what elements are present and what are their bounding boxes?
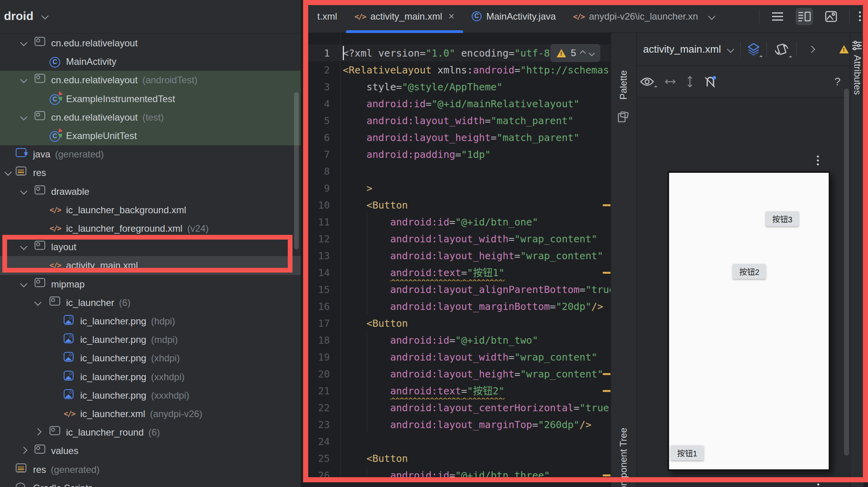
tree-item-ic-launcher-png[interactable]: ic_launcher.png(mdpi): [0, 330, 301, 349]
chevron-down-icon[interactable]: [20, 243, 27, 250]
code-line-11[interactable]: android:id="@+id/btn_one": [343, 214, 611, 231]
preview-button-2[interactable]: 按钮2: [733, 264, 766, 279]
code-line-2[interactable]: <RelativeLayout xmlns:android="http://sc…: [343, 62, 611, 79]
tree-item-layout[interactable]: layout: [0, 238, 301, 256]
code-line-8[interactable]: [343, 163, 611, 180]
horizontal-arrow-icon[interactable]: [664, 78, 676, 85]
tree-item-ic-launcher-png[interactable]: ic_launcher.png(hdpi): [0, 312, 301, 331]
code-view-button[interactable]: [769, 8, 786, 25]
code-line-4[interactable]: android:id="@+id/mainRelativelayout": [343, 95, 611, 112]
tree-item-res[interactable]: res: [0, 163, 301, 182]
tree-item-cn-edu-relativelayout[interactable]: cn.edu.relativelayout(androidTest): [0, 71, 301, 90]
close-icon[interactable]: ×: [449, 10, 454, 22]
chevron-down-icon[interactable]: [4, 169, 11, 176]
orientation-button[interactable]: [774, 42, 789, 57]
tree-item-ic-launcher[interactable]: ic_launcher(6): [0, 293, 301, 312]
phone-preview-canvas[interactable]: 按钮3按钮2按钮1: [668, 171, 830, 471]
chevron-right-icon[interactable]: [34, 428, 41, 435]
chevron-down-icon[interactable]: [20, 76, 27, 83]
preview-button-3[interactable]: 按钮1: [671, 445, 704, 460]
inspection-widget[interactable]: 5: [550, 44, 600, 62]
chevron-right-icon[interactable]: [20, 447, 27, 454]
tab-overflow-chevron-icon[interactable]: [708, 13, 715, 20]
chevron-down-icon[interactable]: [20, 113, 27, 120]
tree-item-ic-launcher-png[interactable]: ic_launcher.png(xxhdpi): [0, 368, 301, 386]
vertical-arrow-icon[interactable]: [686, 75, 693, 88]
editor-tab-t-xml[interactable]: t.xml: [309, 0, 346, 33]
code-line-21[interactable]: android:text="按钮2": [343, 383, 611, 399]
component-tree-tab[interactable]: Component Tree: [618, 428, 629, 487]
code-line-17[interactable]: <Button: [343, 315, 611, 332]
preview-kebab-icon[interactable]: [817, 156, 819, 165]
code-line-22[interactable]: android:layout_centerHorizontal="true": [343, 399, 611, 416]
code-line-6[interactable]: android:layout_height="match_parent": [343, 129, 611, 146]
editor-tab-anydpi-v26-ic-launcher-xn[interactable]: </>anydpi-v26\ic_launcher.xn: [565, 0, 707, 33]
editor-tab-activity-main-xml[interactable]: </>activity_main.xml×: [346, 0, 463, 33]
design-scrollbar[interactable]: [844, 89, 849, 456]
tree-item-values[interactable]: values: [0, 441, 301, 460]
chevron-down-icon[interactable]: [20, 280, 27, 287]
code-line-20[interactable]: android:layout_height="wrap_content": [343, 366, 611, 383]
project-panel-header[interactable]: droid: [0, 0, 301, 33]
tree-item-mipmap[interactable]: mipmap: [0, 275, 301, 294]
code-line-16[interactable]: android:layout_marginBottom="20dp"/>: [343, 298, 611, 315]
tree-item-ic-launcher-png[interactable]: ic_launcher.png(xhdpi): [0, 349, 301, 368]
tree-item-ic-launcher-png[interactable]: ic_launcher.png(xxxhdpi): [0, 386, 301, 405]
code-line-13[interactable]: android:layout_height="wrap_content": [343, 247, 611, 264]
design-warning-icon[interactable]: [839, 45, 849, 53]
line-number: 5: [305, 112, 330, 129]
project-view-selector[interactable]: droid: [4, 9, 33, 23]
help-icon[interactable]: ?: [834, 75, 840, 88]
editor-options-kebab-icon[interactable]: [859, 11, 861, 21]
code-line-5[interactable]: android:layout_width="match_parent": [343, 112, 611, 129]
next-warning-chevron-icon[interactable]: [589, 50, 595, 56]
tree-item-gradle-scripts[interactable]: Gradle Scripts: [0, 479, 301, 487]
design-file-selector[interactable]: activity_main.xml: [643, 43, 721, 55]
code-line-15[interactable]: android:layout_alignParentBottom="true": [343, 281, 611, 298]
code-token: android:text: [390, 267, 461, 278]
design-surface-mode-button[interactable]: [748, 43, 760, 56]
code-line-25[interactable]: <Button: [343, 450, 611, 467]
split-view-button[interactable]: [796, 8, 813, 25]
project-tree-scrollbar[interactable]: [294, 92, 299, 249]
tree-item-java[interactable]: *java(generated): [0, 145, 301, 164]
tree-item-ic-launcher-background-xml[interactable]: </>ic_launcher_background.xml: [0, 201, 301, 220]
code-line-19[interactable]: android:layout_width="wrap_content": [343, 349, 611, 366]
attributes-tab[interactable]: Attributes: [852, 55, 863, 95]
view-options-eye-icon[interactable]: [640, 77, 654, 86]
tree-item-cn-edu-relativelayout[interactable]: cn.edu.relativelayout(test): [0, 108, 301, 127]
code-line-23[interactable]: android:layout_marginTop="260dp"/>: [343, 416, 611, 433]
tree-item-mainactivity[interactable]: CMainActivity: [0, 52, 301, 71]
tree-item-ic-launcher-xml[interactable]: </>ic_launcher.xml(anydpi-v26): [0, 405, 301, 423]
tree-item-exampleunittest[interactable]: CExampleUnitTest: [0, 126, 301, 145]
code-line-14[interactable]: android:text="按钮1": [343, 264, 611, 281]
chevron-right-icon[interactable]: [808, 46, 815, 53]
code-line-10[interactable]: <Button: [343, 197, 611, 214]
design-view-button[interactable]: [822, 8, 840, 25]
editor-tab-mainactivity-java[interactable]: CMainActivity.java: [463, 0, 565, 33]
code-line-18[interactable]: android:id="@+id/btn_two": [343, 332, 611, 349]
tree-item-res[interactable]: res(generated): [0, 460, 301, 479]
preview-button-1[interactable]: 按钮3: [766, 211, 799, 226]
line-number: 26: [305, 467, 330, 484]
tree-item-activity-main-xml[interactable]: </>activity_main.xml: [0, 256, 301, 275]
tree-item-ic-launcher-foreground-xml[interactable]: </>ic_launcher_foreground.xml(v24): [0, 219, 301, 238]
code-line-9[interactable]: >: [343, 180, 611, 197]
code-line-7[interactable]: android:padding="1dp": [343, 146, 611, 163]
design-preview-area[interactable]: 按钮3按钮2按钮1 掘金技术社区 @ 用户01320143603: [637, 97, 850, 487]
tree-item-ic-launcher-round[interactable]: ic_launcher_round(6): [0, 423, 301, 442]
chevron-down-icon[interactable]: [20, 39, 27, 46]
tree-item-cn-edu-relativelayout[interactable]: cn.edu.relativelayout: [0, 34, 301, 53]
code-line-24[interactable]: [343, 433, 611, 450]
code-line-12[interactable]: android:layout_width="wrap_content": [343, 231, 611, 247]
palette-tab[interactable]: Palette: [618, 70, 629, 100]
magnet-off-icon[interactable]: [704, 75, 716, 88]
chevron-down-icon[interactable]: [20, 187, 27, 194]
code-line-3[interactable]: style="@style/AppTheme": [343, 79, 611, 95]
chevron-down-icon[interactable]: [34, 298, 41, 306]
tree-item-drawable[interactable]: drawable: [0, 182, 301, 201]
tree-item-label: ic_launcher.png(xhdpi): [80, 353, 180, 364]
tree-item-exampleinstrumentedtest[interactable]: CExampleInstrumentedTest: [0, 90, 301, 108]
code-line-26[interactable]: android:id="@+id/btn_three": [343, 467, 611, 484]
previous-warning-chevron-icon[interactable]: [580, 50, 586, 56]
